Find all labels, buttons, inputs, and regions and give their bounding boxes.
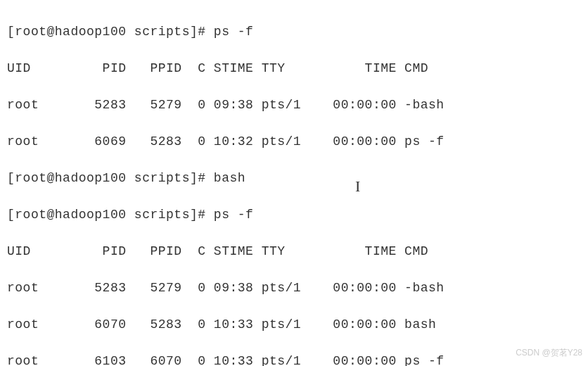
watermark: CSDN @贺茗Y28 [516,343,582,362]
prompt: [root@hadoop100 scripts]# [7,208,206,222]
ps-header: UID PID PPID C STIME TTY TIME CMD [7,242,581,260]
ps-header: UID PID PPID C STIME TTY TIME CMD [7,59,581,77]
prompt: [root@hadoop100 scripts]# [7,25,206,39]
terminal-output[interactable]: [root@hadoop100 scripts]# ps -f UID PID … [7,4,581,366]
prompt: [root@hadoop100 scripts]# [7,171,206,185]
table-row: root 6103 6070 0 10:33 pts/1 00:00:00 ps… [7,352,581,366]
table-row: root 5283 5279 0 09:38 pts/1 00:00:00 -b… [7,279,581,297]
command-text: ps -f [214,208,254,222]
command-text: bash [214,171,245,185]
table-row: root 6070 5283 0 10:33 pts/1 00:00:00 ba… [7,315,581,334]
command-text: ps -f [214,25,254,39]
table-row: root 5283 5279 0 09:38 pts/1 00:00:00 -b… [7,96,581,114]
table-row: root 6069 5283 0 10:32 pts/1 00:00:00 ps… [7,132,581,151]
